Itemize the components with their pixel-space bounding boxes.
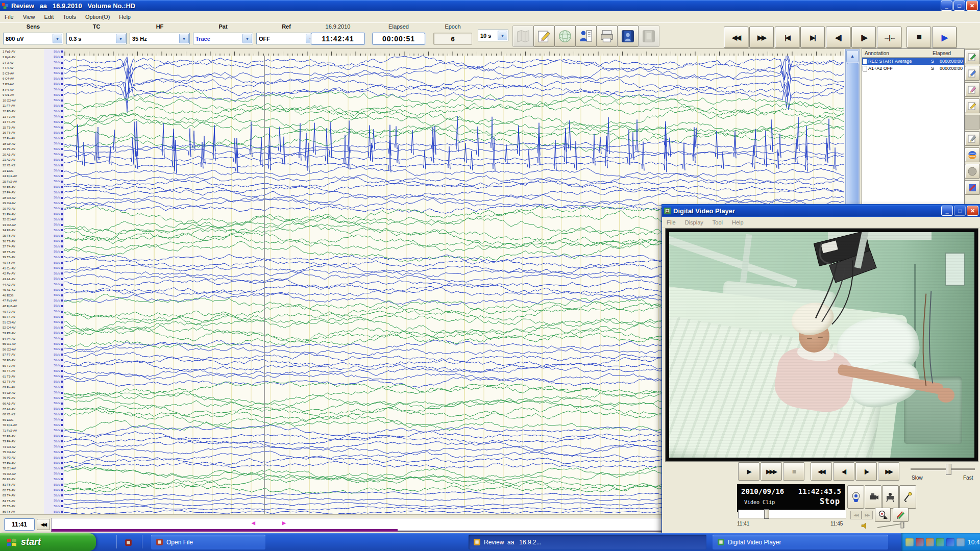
tray-icon[interactable] <box>905 538 914 546</box>
marker-blue-icon[interactable] <box>965 180 980 195</box>
dvp-menu-help[interactable]: Help <box>727 218 748 227</box>
field-select-sens[interactable]: 800 uV▾ <box>3 33 63 44</box>
video-fast-forward-button[interactable]: ▶▶ <box>878 462 899 481</box>
epoch-field: Epoch 6 <box>432 23 474 45</box>
field-select-ref[interactable]: OFF▾ <box>256 33 316 44</box>
video-zoom-button[interactable] <box>875 508 891 522</box>
scroll-up-icon[interactable]: ▲ <box>846 50 859 62</box>
tray-icon[interactable] <box>936 538 944 546</box>
play-button[interactable]: ▶ <box>932 27 957 48</box>
jump-end-button[interactable]: ▶| <box>800 27 825 48</box>
scale-tick-icon <box>61 72 63 74</box>
taskbar-button-digital-video-player[interactable]: Digital Video Player <box>713 535 888 549</box>
fast-forward-button[interactable]: ▶▶ <box>749 27 774 48</box>
field-select-tc[interactable]: 0.3 s▾ <box>66 33 127 44</box>
speed-slider-thumb[interactable] <box>946 464 951 475</box>
tray-icon[interactable] <box>946 538 954 546</box>
menu-help[interactable]: Help <box>114 12 135 21</box>
tray-icon[interactable] <box>926 538 934 546</box>
video-next-clip-button[interactable]: ▶▶ <box>862 511 873 519</box>
stop-button[interactable]: ■ <box>906 27 931 48</box>
dvp-maximize-button[interactable]: □ <box>954 206 966 216</box>
video-fast-play-button[interactable]: ▶▶▶ <box>761 462 782 481</box>
timeline-marker[interactable]: ▶ <box>282 520 286 525</box>
video-position-thumb[interactable] <box>764 509 769 519</box>
video-rewind-button[interactable]: ◀◀ <box>811 462 832 481</box>
speed-slider-track[interactable] <box>911 468 975 470</box>
dvp-menu-file[interactable]: File <box>662 218 680 227</box>
tray-icon[interactable] <box>957 538 965 546</box>
printer-icon[interactable] <box>596 26 618 47</box>
taskbar-button-review-aa-16-9-2[interactable]: Review aa 16.9.2... <box>469 535 706 549</box>
chevron-down-icon[interactable]: ▾ <box>179 34 189 43</box>
close-button[interactable]: ✕ <box>966 1 978 11</box>
pencil-yellow-icon[interactable] <box>965 98 980 113</box>
video-play-button[interactable]: ▶ <box>738 462 760 481</box>
field-select-pat[interactable]: Trace▾ <box>193 33 253 44</box>
video-icon[interactable] <box>617 26 639 47</box>
camera-select-button[interactable] <box>847 485 864 509</box>
scale-text: 50uV <box>54 251 60 253</box>
chevron-down-icon[interactable]: ▾ <box>53 34 62 43</box>
globe-icon[interactable] <box>554 26 576 47</box>
dvp-minimize-button[interactable]: _ <box>941 206 953 216</box>
annotation-checkbox[interactable] <box>863 66 867 71</box>
camera-2-button[interactable] <box>882 485 899 509</box>
tray-icon[interactable] <box>916 538 924 546</box>
maximize-button[interactable]: □ <box>953 1 965 11</box>
pen-gray-icon[interactable] <box>965 131 980 146</box>
dvp-menu-display[interactable]: Display <box>680 218 708 227</box>
chevron-down-icon[interactable]: ▾ <box>116 34 126 43</box>
sphere-gray-icon[interactable] <box>965 164 980 179</box>
speaker-icon[interactable] <box>861 522 869 529</box>
step-forward-button[interactable]: ||▶ <box>851 27 876 48</box>
video-step-back-button[interactable]: ◀| <box>833 462 854 481</box>
camera-1-button[interactable] <box>865 485 881 509</box>
video-annotate-button[interactable] <box>893 508 909 522</box>
video-prev-clip-button[interactable]: ◀◀ <box>850 511 862 519</box>
menu-edit[interactable]: Edit <box>39 12 58 21</box>
chevron-down-icon[interactable]: ▾ <box>498 31 507 40</box>
multi-pen-icon[interactable] <box>965 49 980 64</box>
center-button[interactable]: →|← <box>877 27 901 48</box>
menu-view[interactable]: View <box>18 12 40 21</box>
seek-back-button[interactable]: ◀◀ <box>37 519 50 530</box>
timebase-select[interactable]: 10 s ▾ <box>478 30 508 41</box>
patient-icon[interactable] <box>575 26 597 47</box>
current-time-button[interactable]: 11:42:41 <box>311 33 365 45</box>
chevron-down-icon[interactable]: ▾ <box>242 34 252 43</box>
start-button[interactable]: start <box>0 533 96 551</box>
clip-jump-button[interactable] <box>899 485 916 509</box>
channel-label: 22 X1-X2 <box>0 163 44 168</box>
channel-scale-marker: 50uV <box>44 265 64 271</box>
channel-label: 37 T4-AV <box>0 244 44 249</box>
dvp-menu-tool[interactable]: Tool <box>708 218 727 227</box>
channel-label: 4 F4-AV <box>0 65 44 71</box>
pen-pink-icon[interactable] <box>965 82 980 97</box>
quick-launch-icon[interactable] <box>121 536 135 548</box>
channel-scale-marker: 50uV <box>44 292 64 298</box>
taskbar-button-open-file[interactable]: Open File <box>151 535 265 549</box>
timeline-marker[interactable]: ◀ <box>252 520 255 525</box>
pen-blue-icon[interactable] <box>965 66 980 81</box>
volume-slider[interactable] <box>876 521 909 529</box>
annotation-checkbox[interactable] <box>863 59 867 64</box>
scale-text: 50uV <box>54 375 60 378</box>
pencil-icon[interactable] <box>533 26 555 47</box>
scale-tick-icon <box>61 473 63 475</box>
step-back-button[interactable]: ◀|| <box>826 27 850 48</box>
elapsed-button[interactable]: 00:00:51 <box>372 33 425 45</box>
video-step-forward-button[interactable]: |▶ <box>855 462 877 481</box>
annotation-row[interactable]: REC START AverageS0000:00:00 <box>862 58 964 65</box>
annotation-row[interactable]: A1+A2 OFFS0000:00:00 <box>862 65 964 72</box>
minimize-button[interactable]: _ <box>941 1 952 11</box>
video-position-slider[interactable] <box>738 510 846 518</box>
menu-file[interactable]: File <box>0 12 18 21</box>
rewind-button[interactable]: ◀◀ <box>724 27 748 48</box>
menu-tools[interactable]: Tools <box>58 12 81 21</box>
jump-start-button[interactable]: |◀ <box>775 27 799 48</box>
globe-icon[interactable] <box>965 147 980 162</box>
dvp-close-button[interactable]: ✕ <box>967 206 978 216</box>
menu-option-o[interactable]: Option(O) <box>81 12 114 21</box>
field-select-hf[interactable]: 35 Hz▾ <box>130 33 190 44</box>
